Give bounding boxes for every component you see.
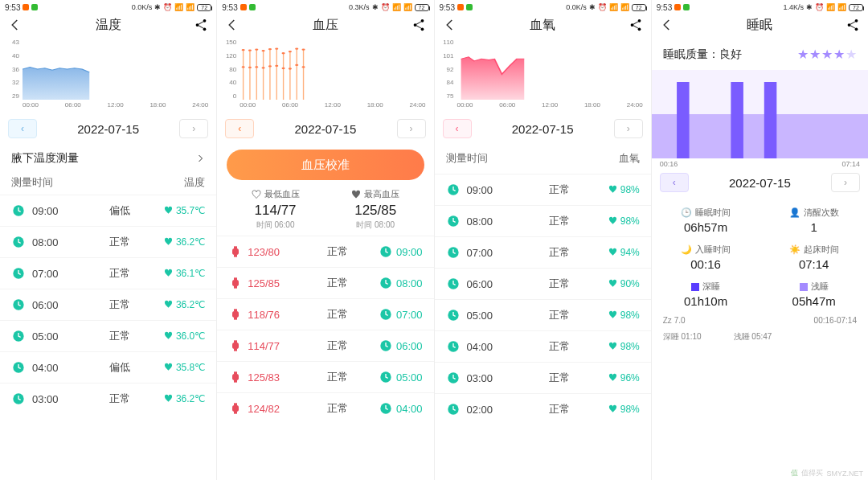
row-status: 正常 bbox=[296, 370, 379, 384]
date-next-button[interactable]: › bbox=[397, 119, 426, 138]
svg-rect-57 bbox=[234, 349, 237, 351]
temperature-chart[interactable]: 4340363229 00:0006:0012:0018:0024:00 bbox=[0, 39, 216, 114]
back-button[interactable] bbox=[658, 16, 676, 34]
row-value: 90% bbox=[608, 278, 640, 289]
table-row[interactable]: 05:00 正常 36.0℃ bbox=[0, 320, 216, 351]
table-row[interactable]: 04:00 正常 98% bbox=[435, 330, 651, 362]
row-status: 正常 bbox=[511, 183, 608, 197]
row-value: 94% bbox=[608, 247, 640, 258]
row-time: 04:00 bbox=[32, 362, 76, 374]
date-prev-button[interactable]: ‹ bbox=[660, 173, 689, 192]
watch-icon bbox=[228, 244, 243, 259]
table-row[interactable]: 123/80 正常 09:00 bbox=[217, 236, 433, 267]
date-prev-button[interactable]: ‹ bbox=[8, 119, 37, 138]
table-row[interactable]: 125/85 正常 08:00 bbox=[217, 267, 433, 298]
row-status: 正常 bbox=[296, 307, 379, 322]
table-row[interactable]: 125/83 正常 05:00 bbox=[217, 361, 433, 392]
table-row[interactable]: 09:00 偏低 35.7℃ bbox=[0, 195, 216, 226]
stat-deep: 深睡01h10m bbox=[652, 276, 760, 313]
row-value: 98% bbox=[608, 215, 640, 227]
row-value: 35.8℃ bbox=[164, 362, 205, 373]
row-status: 正常 bbox=[76, 235, 164, 249]
bp-high-stat: 最高血压 125/85 时间 08:00 bbox=[326, 188, 426, 231]
spo2-chart[interactable]: 110101928475 00:0006:0012:0018:0024:00 bbox=[435, 39, 651, 114]
svg-rect-43 bbox=[232, 248, 239, 255]
row-value: 36.0℃ bbox=[164, 330, 205, 342]
table-row[interactable]: 06:00 正常 36.2℃ bbox=[0, 289, 216, 320]
svg-point-15 bbox=[242, 66, 245, 68]
watch-icon bbox=[228, 338, 243, 353]
table-row[interactable]: 03:00 正常 96% bbox=[435, 362, 651, 393]
alarm-icon: ⏰ bbox=[163, 3, 172, 11]
svg-rect-51 bbox=[232, 311, 239, 318]
clock-icon bbox=[446, 402, 461, 416]
svg-point-41 bbox=[302, 49, 305, 51]
table-row[interactable]: 02:00 正常 98% bbox=[435, 393, 651, 425]
svg-point-0 bbox=[196, 23, 199, 27]
row-value: 118/76 bbox=[248, 309, 296, 321]
date-next-button[interactable]: › bbox=[179, 119, 208, 138]
svg-point-14 bbox=[242, 49, 245, 51]
svg-rect-63 bbox=[232, 405, 239, 412]
table-row[interactable]: 03:00 正常 36.2℃ bbox=[0, 383, 216, 414]
table-row[interactable]: 04:00 偏低 35.8℃ bbox=[0, 351, 216, 383]
row-value: 124/82 bbox=[248, 403, 296, 415]
svg-point-23 bbox=[262, 50, 265, 51]
row-time: 05:00 bbox=[32, 330, 76, 343]
table-row[interactable]: 114/77 正常 06:00 bbox=[217, 330, 433, 361]
back-button[interactable] bbox=[223, 16, 241, 34]
table-row[interactable]: 08:00 正常 36.2℃ bbox=[0, 226, 216, 257]
star-icon: ★ bbox=[833, 47, 845, 61]
bp-chart[interactable]: 15012080400 00:0006:0012:0018:0024:00 bbox=[217, 39, 433, 114]
screen-temperature: 9:53 0.0K/s✱⏰📶📶72 温度 4340363229 00:0006:… bbox=[0, 0, 217, 480]
clock-icon bbox=[11, 392, 26, 406]
svg-point-68 bbox=[637, 19, 641, 23]
calibrate-button[interactable]: 血压校准 bbox=[227, 150, 424, 180]
table-row[interactable]: 118/76 正常 07:00 bbox=[217, 298, 433, 330]
table-row[interactable]: 07:00 正常 94% bbox=[435, 236, 651, 268]
sleep-chart[interactable] bbox=[652, 70, 868, 158]
date-prev-button[interactable]: ‹ bbox=[443, 119, 472, 138]
date-next-button[interactable]: › bbox=[831, 173, 860, 192]
share-button[interactable] bbox=[410, 16, 428, 34]
share-button[interactable] bbox=[844, 16, 862, 34]
svg-rect-44 bbox=[234, 246, 237, 248]
back-button[interactable] bbox=[6, 16, 24, 34]
clock-icon bbox=[11, 360, 26, 375]
watch-icon bbox=[228, 307, 243, 322]
svg-point-80 bbox=[855, 27, 858, 31]
row-value: 35.7℃ bbox=[164, 205, 205, 216]
row-time: 07:00 bbox=[396, 309, 423, 321]
svg-rect-59 bbox=[232, 374, 239, 380]
heart-icon bbox=[164, 206, 173, 216]
svg-point-35 bbox=[289, 51, 292, 52]
clock-icon bbox=[11, 235, 26, 249]
share-button[interactable] bbox=[627, 16, 645, 34]
table-row[interactable]: 06:00 正常 90% bbox=[435, 268, 651, 299]
clock-icon bbox=[446, 339, 461, 354]
table-row[interactable]: 05:00 正常 98% bbox=[435, 299, 651, 330]
svg-point-38 bbox=[295, 48, 298, 50]
table-row[interactable]: 09:00 正常 98% bbox=[435, 174, 651, 205]
svg-rect-64 bbox=[234, 403, 237, 405]
row-status: 正常 bbox=[296, 244, 379, 259]
date-prev-button[interactable]: ‹ bbox=[225, 119, 254, 138]
row-time: 03:00 bbox=[32, 393, 76, 405]
row-value: 36.2℃ bbox=[164, 393, 205, 404]
row-value: 36.2℃ bbox=[164, 236, 205, 248]
date-next-button[interactable]: › bbox=[614, 119, 643, 138]
share-button[interactable] bbox=[192, 16, 210, 34]
table-row[interactable]: 08:00 正常 98% bbox=[435, 205, 651, 236]
svg-rect-45 bbox=[234, 255, 237, 257]
heart-icon bbox=[164, 269, 173, 279]
back-button[interactable] bbox=[441, 16, 459, 34]
section-header[interactable]: 腋下温度测量 bbox=[0, 143, 216, 174]
row-status: 正常 bbox=[511, 277, 608, 291]
row-value: 125/85 bbox=[248, 277, 296, 289]
deep-legend-icon bbox=[691, 283, 699, 291]
table-row[interactable]: 07:00 正常 36.1℃ bbox=[0, 257, 216, 289]
table-row[interactable]: 124/82 正常 04:00 bbox=[217, 392, 433, 424]
row-status: 正常 bbox=[511, 214, 608, 228]
row-time: 09:00 bbox=[32, 205, 76, 217]
sleep-quality-label: 睡眠质量：良好 bbox=[663, 47, 742, 62]
